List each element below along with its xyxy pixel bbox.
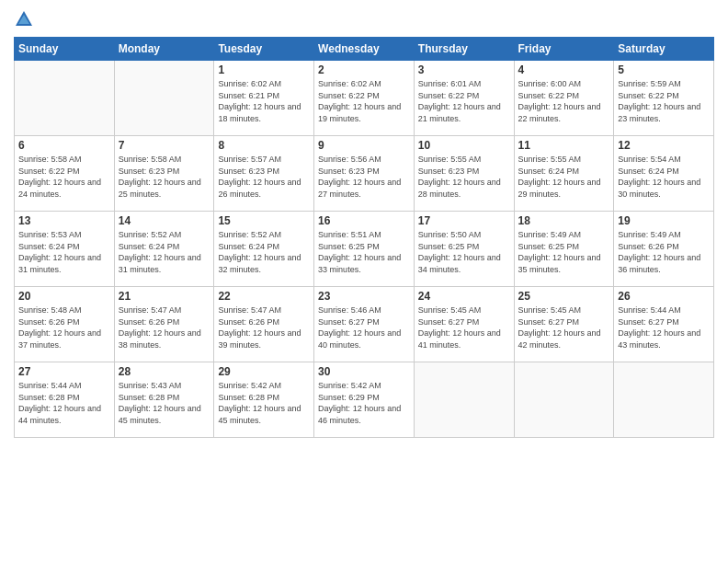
day-info: Sunrise: 5:58 AMSunset: 6:22 PMDaylight:… bbox=[18, 154, 110, 200]
day-info: Sunrise: 5:51 AMSunset: 6:25 PMDaylight:… bbox=[318, 229, 410, 275]
day-number: 30 bbox=[318, 365, 410, 378]
day-info: Sunrise: 5:55 AMSunset: 6:24 PMDaylight:… bbox=[518, 154, 610, 200]
day-number: 16 bbox=[318, 214, 410, 227]
day-info: Sunrise: 5:54 AMSunset: 6:24 PMDaylight:… bbox=[618, 154, 710, 200]
day-of-week-header: Saturday bbox=[614, 38, 714, 61]
day-number: 3 bbox=[418, 63, 510, 76]
day-number: 26 bbox=[618, 290, 710, 303]
day-number: 10 bbox=[418, 139, 510, 152]
day-info: Sunrise: 5:42 AMSunset: 6:28 PMDaylight:… bbox=[218, 380, 310, 426]
calendar-cell: 10Sunrise: 5:55 AMSunset: 6:23 PMDayligh… bbox=[414, 136, 514, 212]
calendar-cell: 24Sunrise: 5:45 AMSunset: 6:27 PMDayligh… bbox=[414, 287, 514, 362]
day-info: Sunrise: 5:42 AMSunset: 6:29 PMDaylight:… bbox=[318, 380, 410, 426]
page: SundayMondayTuesdayWednesdayThursdayFrid… bbox=[0, 0, 728, 563]
day-number: 11 bbox=[518, 139, 610, 152]
day-number: 17 bbox=[418, 214, 510, 227]
day-number: 9 bbox=[318, 139, 410, 152]
calendar-cell: 5Sunrise: 5:59 AMSunset: 6:22 PMDaylight… bbox=[614, 61, 714, 136]
day-info: Sunrise: 6:02 AMSunset: 6:21 PMDaylight:… bbox=[218, 78, 310, 124]
calendar-cell bbox=[614, 362, 714, 438]
calendar-cell: 22Sunrise: 5:47 AMSunset: 6:26 PMDayligh… bbox=[214, 287, 314, 362]
day-number: 8 bbox=[218, 139, 310, 152]
day-number: 2 bbox=[318, 63, 410, 76]
day-number: 27 bbox=[18, 365, 110, 378]
calendar-week-row: 20Sunrise: 5:48 AMSunset: 6:26 PMDayligh… bbox=[15, 287, 714, 362]
calendar-cell: 7Sunrise: 5:58 AMSunset: 6:23 PMDaylight… bbox=[114, 136, 214, 212]
calendar-week-row: 1Sunrise: 6:02 AMSunset: 6:21 PMDaylight… bbox=[15, 61, 714, 136]
calendar-header-row: SundayMondayTuesdayWednesdayThursdayFrid… bbox=[15, 38, 714, 61]
calendar-cell: 27Sunrise: 5:44 AMSunset: 6:28 PMDayligh… bbox=[15, 362, 115, 438]
day-info: Sunrise: 5:58 AMSunset: 6:23 PMDaylight:… bbox=[119, 154, 210, 200]
calendar-week-row: 13Sunrise: 5:53 AMSunset: 6:24 PMDayligh… bbox=[15, 212, 714, 287]
day-info: Sunrise: 5:56 AMSunset: 6:23 PMDaylight:… bbox=[318, 154, 410, 200]
calendar-cell: 13Sunrise: 5:53 AMSunset: 6:24 PMDayligh… bbox=[15, 212, 115, 287]
day-info: Sunrise: 5:46 AMSunset: 6:27 PMDaylight:… bbox=[318, 304, 410, 350]
day-of-week-header: Wednesday bbox=[314, 38, 415, 61]
day-info: Sunrise: 5:52 AMSunset: 6:24 PMDaylight:… bbox=[119, 229, 210, 275]
day-info: Sunrise: 5:49 AMSunset: 6:26 PMDaylight:… bbox=[618, 229, 710, 275]
calendar-cell: 23Sunrise: 5:46 AMSunset: 6:27 PMDayligh… bbox=[314, 287, 415, 362]
day-number: 5 bbox=[618, 63, 710, 76]
calendar-cell: 8Sunrise: 5:57 AMSunset: 6:23 PMDaylight… bbox=[214, 136, 314, 212]
calendar-cell: 17Sunrise: 5:50 AMSunset: 6:25 PMDayligh… bbox=[414, 212, 514, 287]
calendar-cell: 14Sunrise: 5:52 AMSunset: 6:24 PMDayligh… bbox=[114, 212, 214, 287]
day-info: Sunrise: 5:44 AMSunset: 6:28 PMDaylight:… bbox=[18, 380, 110, 426]
calendar-cell: 28Sunrise: 5:43 AMSunset: 6:28 PMDayligh… bbox=[114, 362, 214, 438]
day-info: Sunrise: 5:53 AMSunset: 6:24 PMDaylight:… bbox=[18, 229, 110, 275]
day-number: 23 bbox=[318, 290, 410, 303]
calendar-cell: 25Sunrise: 5:45 AMSunset: 6:27 PMDayligh… bbox=[514, 287, 614, 362]
calendar-cell: 2Sunrise: 6:02 AMSunset: 6:22 PMDaylight… bbox=[314, 61, 415, 136]
day-info: Sunrise: 5:52 AMSunset: 6:24 PMDaylight:… bbox=[218, 229, 310, 275]
calendar-week-row: 6Sunrise: 5:58 AMSunset: 6:22 PMDaylight… bbox=[15, 136, 714, 212]
day-number: 7 bbox=[119, 139, 210, 152]
day-number: 25 bbox=[518, 290, 610, 303]
day-number: 14 bbox=[119, 214, 210, 227]
calendar-cell: 26Sunrise: 5:44 AMSunset: 6:27 PMDayligh… bbox=[614, 287, 714, 362]
day-number: 22 bbox=[218, 290, 310, 303]
calendar-cell bbox=[15, 61, 115, 136]
day-of-week-header: Friday bbox=[514, 38, 614, 61]
day-info: Sunrise: 5:47 AMSunset: 6:26 PMDaylight:… bbox=[218, 304, 310, 350]
calendar-table: SundayMondayTuesdayWednesdayThursdayFrid… bbox=[14, 37, 714, 438]
day-number: 6 bbox=[18, 139, 110, 152]
day-number: 1 bbox=[218, 63, 310, 76]
logo-icon bbox=[14, 9, 34, 29]
day-number: 29 bbox=[218, 365, 310, 378]
calendar-cell: 30Sunrise: 5:42 AMSunset: 6:29 PMDayligh… bbox=[314, 362, 415, 438]
day-number: 28 bbox=[119, 365, 210, 378]
calendar-cell: 12Sunrise: 5:54 AMSunset: 6:24 PMDayligh… bbox=[614, 136, 714, 212]
calendar-cell: 15Sunrise: 5:52 AMSunset: 6:24 PMDayligh… bbox=[214, 212, 314, 287]
day-number: 13 bbox=[18, 214, 110, 227]
day-number: 15 bbox=[218, 214, 310, 227]
calendar-cell: 18Sunrise: 5:49 AMSunset: 6:25 PMDayligh… bbox=[514, 212, 614, 287]
day-of-week-header: Monday bbox=[114, 38, 214, 61]
day-of-week-header: Sunday bbox=[15, 38, 115, 61]
day-info: Sunrise: 5:45 AMSunset: 6:27 PMDaylight:… bbox=[418, 304, 510, 350]
day-info: Sunrise: 5:49 AMSunset: 6:25 PMDaylight:… bbox=[518, 229, 610, 275]
calendar-cell: 19Sunrise: 5:49 AMSunset: 6:26 PMDayligh… bbox=[614, 212, 714, 287]
calendar-cell: 6Sunrise: 5:58 AMSunset: 6:22 PMDaylight… bbox=[15, 136, 115, 212]
day-number: 19 bbox=[618, 214, 710, 227]
day-info: Sunrise: 6:01 AMSunset: 6:22 PMDaylight:… bbox=[418, 78, 510, 124]
day-number: 4 bbox=[518, 63, 610, 76]
day-number: 21 bbox=[119, 290, 210, 303]
calendar-cell: 11Sunrise: 5:55 AMSunset: 6:24 PMDayligh… bbox=[514, 136, 614, 212]
day-info: Sunrise: 6:02 AMSunset: 6:22 PMDaylight:… bbox=[318, 78, 410, 124]
day-info: Sunrise: 5:55 AMSunset: 6:23 PMDaylight:… bbox=[418, 154, 510, 200]
day-of-week-header: Thursday bbox=[414, 38, 514, 61]
day-info: Sunrise: 5:59 AMSunset: 6:22 PMDaylight:… bbox=[618, 78, 710, 124]
day-info: Sunrise: 5:44 AMSunset: 6:27 PMDaylight:… bbox=[618, 304, 710, 350]
day-info: Sunrise: 6:00 AMSunset: 6:22 PMDaylight:… bbox=[518, 78, 610, 124]
day-info: Sunrise: 5:50 AMSunset: 6:25 PMDaylight:… bbox=[418, 229, 510, 275]
day-info: Sunrise: 5:57 AMSunset: 6:23 PMDaylight:… bbox=[218, 154, 310, 200]
day-number: 18 bbox=[518, 214, 610, 227]
calendar-cell: 21Sunrise: 5:47 AMSunset: 6:26 PMDayligh… bbox=[114, 287, 214, 362]
calendar-cell: 3Sunrise: 6:01 AMSunset: 6:22 PMDaylight… bbox=[414, 61, 514, 136]
day-info: Sunrise: 5:45 AMSunset: 6:27 PMDaylight:… bbox=[518, 304, 610, 350]
day-of-week-header: Tuesday bbox=[214, 38, 314, 61]
calendar-cell bbox=[114, 61, 214, 136]
calendar-cell: 4Sunrise: 6:00 AMSunset: 6:22 PMDaylight… bbox=[514, 61, 614, 136]
calendar-cell bbox=[414, 362, 514, 438]
day-info: Sunrise: 5:48 AMSunset: 6:26 PMDaylight:… bbox=[18, 304, 110, 350]
calendar-cell bbox=[514, 362, 614, 438]
